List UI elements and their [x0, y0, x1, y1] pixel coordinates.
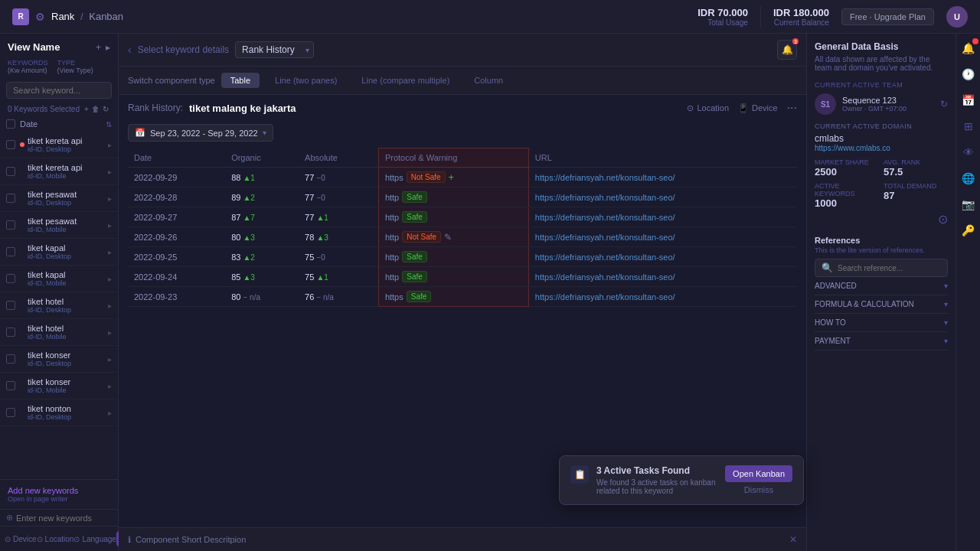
expand-arrow[interactable]: ▸ [108, 194, 112, 203]
settings-icon[interactable]: ⚙ [35, 11, 45, 23]
globe-sidebar-icon[interactable]: 🌐 [960, 170, 977, 187]
table-row: 2022-09-25 83 ▲2 75 −0 http Safe https:/… [128, 247, 797, 267]
keyword-checkbox[interactable] [6, 274, 15, 283]
list-item[interactable]: tiket pesawat id-ID, Mobile ▸ [0, 212, 118, 239]
more-options-button[interactable]: ··· [787, 101, 797, 115]
search-input[interactable] [6, 82, 112, 99]
expand-arrow[interactable]: ▸ [108, 409, 112, 417]
refresh-team-icon[interactable]: ↻ [940, 99, 948, 109]
col-header-url: URL [528, 148, 797, 168]
device-filter[interactable]: ⊙ Device [5, 535, 37, 543]
keyword-checkbox[interactable] [6, 328, 15, 337]
keyword-checkbox[interactable] [6, 247, 15, 256]
formula-section[interactable]: FORMULA & CALCULATION ▾ [815, 295, 948, 314]
refresh-kw-icon[interactable]: ↻ [103, 105, 109, 113]
expand-arrow[interactable]: ▸ [108, 168, 112, 176]
list-item[interactable]: tiket kapal id-ID, Desktop ▸ [0, 239, 118, 266]
keyword-checkbox[interactable] [6, 167, 15, 176]
keyword-checkbox[interactable] [6, 301, 15, 310]
expand-arrow[interactable]: ▸ [108, 141, 112, 149]
eye-sidebar-icon[interactable]: 👁 [960, 144, 977, 161]
payment-section[interactable]: PAYMENT ▾ [815, 332, 948, 350]
keyword-input-row: ⊕ [0, 509, 118, 526]
list-item[interactable]: tiket kereta api id-ID, Mobile ▸ [0, 158, 118, 185]
howto-section[interactable]: HOW TO ▾ [815, 314, 948, 332]
list-item[interactable]: tiket hotel id-ID, Desktop ▸ [0, 292, 118, 319]
list-item[interactable]: tiket konser id-ID, Mobile ▸ [0, 373, 118, 399]
keyword-checkbox[interactable] [6, 220, 15, 230]
delete-kw-icon[interactable]: 🗑 [92, 105, 100, 113]
location-button[interactable]: ⊙ Location [687, 103, 729, 113]
add-protocol-icon[interactable]: + [449, 172, 454, 183]
col-header-absolute: Absolute [299, 148, 378, 168]
col-header-date: Date [128, 148, 225, 168]
list-item[interactable]: tiket konser id-ID, Desktop ▸ [0, 346, 118, 373]
switch-component-bar: Switch component type Table Line (two pa… [119, 67, 806, 95]
keyword-checkbox[interactable] [6, 194, 15, 203]
keyword-checkbox[interactable] [6, 140, 15, 149]
expand-arrow[interactable]: ▸ [108, 355, 112, 364]
tab-line-compare[interactable]: Line (compare multiple) [352, 73, 459, 88]
team-row: S1 Sequence 123 Owner · GMT +07:00 ↻ [815, 93, 948, 115]
grid-sidebar-icon[interactable]: ⊞ [960, 118, 977, 135]
expand-icon[interactable]: ▸ [106, 42, 110, 53]
sort-icon[interactable]: ⇅ [106, 120, 112, 129]
rank-history-select[interactable]: Rank History [235, 41, 314, 58]
device-button[interactable]: 📱 Device [738, 103, 778, 113]
list-item[interactable]: tiket pesawat id-ID, Desktop ▸ [0, 185, 118, 212]
content-topbar: ‹ Select keyword details Rank History 🔔 … [119, 34, 806, 67]
search-reference[interactable]: 🔍 [815, 259, 948, 277]
rank-history-select-wrapper[interactable]: Rank History [235, 41, 314, 58]
list-item[interactable]: tiket nonton id-ID, Desktop ▸ [0, 399, 118, 426]
keyword-checkbox[interactable] [6, 408, 15, 417]
topbar-right: IDR 70.000 Total Usage IDR 180.000 Curre… [697, 6, 968, 28]
history-sidebar-icon[interactable]: 🕐 [960, 66, 977, 83]
camera-sidebar-icon[interactable]: 📷 [960, 196, 977, 213]
sidebar-header-icons: + ▸ [96, 42, 110, 53]
select-all-checkbox[interactable] [6, 119, 15, 129]
expand-arrow[interactable]: ▸ [108, 275, 112, 283]
expand-arrow[interactable]: ▸ [108, 328, 112, 337]
bottom-actions: ⊙ Device ⊙ Location ⊙ Language Submit [0, 526, 118, 551]
add-kw-icon[interactable]: + [84, 105, 89, 113]
language-filter[interactable]: ⊙ Language [74, 535, 116, 543]
table-row: 2022-09-26 80 ▲3 78 ▲3 http Not Safe ✎ h… [128, 227, 797, 247]
bell-sidebar-icon[interactable]: 🔔 [960, 40, 977, 57]
list-item[interactable]: tiket hotel id-ID, Mobile ▸ [0, 319, 118, 346]
close-desc-button[interactable]: ✕ [789, 534, 797, 545]
location-filter[interactable]: ⊙ Location [37, 535, 74, 543]
col-header-organic: Organic [225, 148, 299, 168]
search-reference-input[interactable] [838, 264, 941, 272]
tab-table[interactable]: Table [221, 73, 260, 88]
expand-arrow[interactable]: ▸ [108, 248, 112, 256]
col-header-protocol: Protocol & Warning [378, 148, 528, 168]
notification-icon-btn[interactable]: 🔔 3 [777, 40, 797, 60]
avatar[interactable]: U [946, 6, 968, 28]
topbar-nav: Rank / Kanban [51, 11, 123, 22]
back-button[interactable]: ‹ [128, 44, 132, 56]
advanced-section[interactable]: ADVANCED ▾ [815, 277, 948, 295]
total-usage: IDR 70.000 Total Usage [697, 7, 748, 27]
date-range-picker[interactable]: 📅 Sep 23, 2022 - Sep 29, 2022 ▾ [128, 124, 273, 142]
expand-arrow[interactable]: ▸ [108, 221, 112, 230]
keyword-checkbox[interactable] [6, 381, 15, 390]
expand-arrow[interactable]: ▸ [108, 382, 112, 390]
add-keywords-label[interactable]: Add new keywords [8, 486, 110, 495]
toggle-icon[interactable]: ⊙ [938, 212, 948, 227]
add-icon[interactable]: + [96, 42, 101, 53]
sidebar-search[interactable] [0, 79, 118, 102]
edit-protocol-icon[interactable]: ✎ [444, 232, 452, 243]
new-keyword-input[interactable] [16, 514, 122, 523]
tab-column[interactable]: Column [465, 73, 512, 88]
list-item[interactable]: tiket kereta api id-ID, Desktop ▸ [0, 132, 118, 158]
list-item[interactable]: tiket kapal id-ID, Mobile ▸ [0, 266, 118, 292]
expand-arrow[interactable]: ▸ [108, 302, 112, 310]
keyword-list: tiket kereta api id-ID, Desktop ▸ tiket … [0, 132, 118, 479]
dismiss-button[interactable]: Dismiss [725, 485, 792, 494]
tab-line-two-panes[interactable]: Line (two panes) [266, 73, 346, 88]
key-sidebar-icon[interactable]: 🔑 [960, 222, 977, 239]
keyword-checkbox[interactable] [6, 354, 15, 364]
calendar-sidebar-icon[interactable]: 📅 [960, 92, 977, 109]
upgrade-button[interactable]: Free · Upgrade Plan [841, 8, 934, 25]
open-kanban-button[interactable]: Open Kanban [725, 465, 792, 482]
